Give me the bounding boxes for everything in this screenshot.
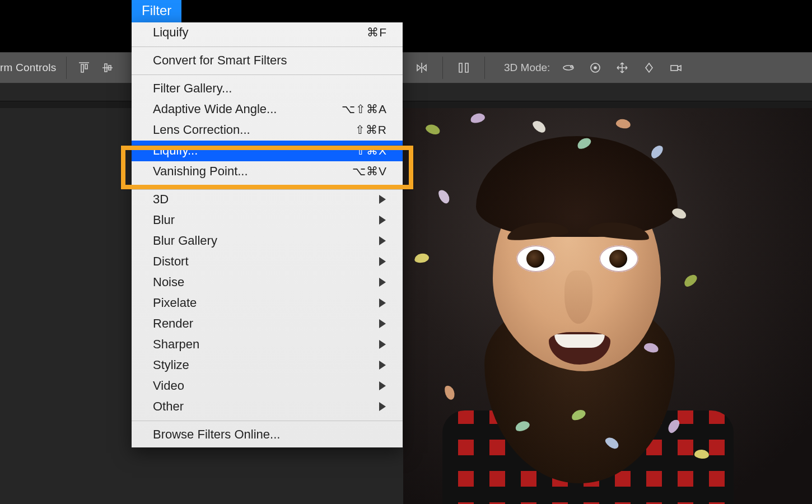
- menu-item-label: Lens Correction...: [153, 123, 250, 137]
- menu-item-3d[interactable]: 3D: [132, 189, 403, 210]
- 3d-mode-label: 3D Mode:: [504, 62, 550, 74]
- orbit-3d-icon[interactable]: [561, 60, 576, 75]
- toolbar-separator: [484, 57, 485, 79]
- document-canvas[interactable]: [403, 108, 812, 504]
- submenu-arrow-icon: [379, 257, 386, 266]
- menu-item-label: Other: [153, 399, 184, 414]
- filter-menu-dropdown: Liquify ⌘F Convert for Smart Filters Fil…: [132, 22, 403, 447]
- transform-controls-label: rm Controls: [0, 62, 56, 74]
- menu-filter[interactable]: Filter: [132, 0, 181, 23]
- svg-rect-4: [671, 66, 678, 71]
- toolbar-separator: [442, 57, 443, 79]
- menu-item-shortcut: ⌘F: [367, 26, 387, 39]
- menu-item-label: Convert for Smart Filters: [153, 53, 287, 68]
- menu-item-vanishing-point[interactable]: Vanishing Point... ⌥⌘V: [132, 161, 403, 182]
- submenu-arrow-icon: [379, 216, 386, 225]
- menu-item-shortcut: ⌥⌘V: [352, 165, 387, 178]
- menu-item-label: Blur Gallery: [153, 234, 217, 248]
- menu-item-label: Browse Filters Online...: [153, 427, 280, 442]
- menu-item-video[interactable]: Video: [132, 376, 403, 396]
- menu-item-blur-gallery[interactable]: Blur Gallery: [132, 231, 403, 251]
- menu-item-label: Video: [153, 379, 184, 393]
- options-toolbar: rm Controls 3D Mode:: [0, 52, 812, 83]
- submenu-arrow-icon: [379, 319, 386, 328]
- submenu-arrow-icon: [379, 361, 386, 370]
- menu-item-last-filter[interactable]: Liquify ⌘F: [132, 22, 403, 43]
- menu-item-pixelate[interactable]: Pixelate: [132, 293, 403, 314]
- menu-item-render[interactable]: Render: [132, 314, 403, 334]
- menu-separator: [132, 185, 403, 186]
- menu-item-browse-filters-online[interactable]: Browse Filters Online...: [132, 424, 403, 445]
- menu-item-label: Distort: [153, 254, 189, 269]
- menu-item-label: Liquify...: [153, 143, 198, 158]
- menu-item-label: Adaptive Wide Angle...: [153, 102, 277, 116]
- submenu-arrow-icon: [379, 402, 386, 411]
- menu-item-adaptive-wide-angle[interactable]: Adaptive Wide Angle... ⌥⇧⌘A: [132, 99, 403, 120]
- menu-item-label: Noise: [153, 275, 184, 290]
- submenu-arrow-icon: [379, 195, 386, 204]
- menu-item-shortcut: ⌥⇧⌘A: [342, 102, 387, 116]
- submenu-arrow-icon: [379, 298, 386, 307]
- submenu-arrow-icon: [379, 236, 386, 245]
- menu-item-label: Stylize: [153, 358, 189, 372]
- menubar: Filter: [0, 0, 812, 22]
- distribute-icon[interactable]: [456, 60, 471, 75]
- align-vcenter-icon[interactable]: [100, 60, 115, 75]
- menu-item-convert-smart-filters[interactable]: Convert for Smart Filters: [132, 50, 403, 71]
- menu-item-lens-correction[interactable]: Lens Correction... ⇧⌘R: [132, 120, 403, 141]
- menu-item-label: Vanishing Point...: [153, 164, 248, 179]
- menu-item-label: 3D: [153, 192, 169, 207]
- menu-item-label: Filter Gallery...: [153, 81, 232, 96]
- pan-3d-icon[interactable]: [615, 60, 629, 75]
- submenu-arrow-icon: [379, 381, 386, 390]
- camera-3d-icon[interactable]: [669, 60, 683, 75]
- submenu-arrow-icon: [379, 340, 386, 349]
- menu-item-sharpen[interactable]: Sharpen: [132, 334, 403, 355]
- svg-point-3: [594, 67, 596, 69]
- menu-item-label: Render: [153, 316, 193, 331]
- svg-point-1: [571, 66, 573, 68]
- menu-item-filter-gallery[interactable]: Filter Gallery...: [132, 78, 403, 99]
- menu-separator: [132, 74, 403, 75]
- menu-item-shortcut: ⇧⌘R: [355, 123, 387, 137]
- menu-item-label: Liquify: [153, 25, 189, 40]
- menu-item-distort[interactable]: Distort: [132, 251, 403, 272]
- document-tab-bar: [0, 101, 812, 108]
- submenu-arrow-icon: [379, 278, 386, 287]
- menu-item-noise[interactable]: Noise: [132, 272, 403, 293]
- menu-item-stylize[interactable]: Stylize: [132, 355, 403, 376]
- rotate-3d-icon[interactable]: [588, 60, 603, 75]
- menu-separator: [132, 46, 403, 47]
- menu-item-other[interactable]: Other: [132, 396, 403, 417]
- menu-item-liquify[interactable]: Liquify... ⇧⌘X: [132, 141, 403, 161]
- menu-item-shortcut: ⇧⌘X: [356, 144, 387, 157]
- toolbar-separator: [66, 57, 67, 79]
- align-top-icon[interactable]: [77, 60, 91, 75]
- menu-item-label: Sharpen: [153, 337, 199, 352]
- portrait-face: [431, 130, 722, 500]
- menu-item-label: Pixelate: [153, 296, 197, 310]
- flip-horizontal-icon[interactable]: [414, 60, 429, 75]
- menu-separator: [132, 421, 403, 421]
- menu-item-blur[interactable]: Blur: [132, 210, 403, 231]
- slide-3d-icon[interactable]: [642, 60, 656, 75]
- menu-item-label: Blur: [153, 213, 175, 227]
